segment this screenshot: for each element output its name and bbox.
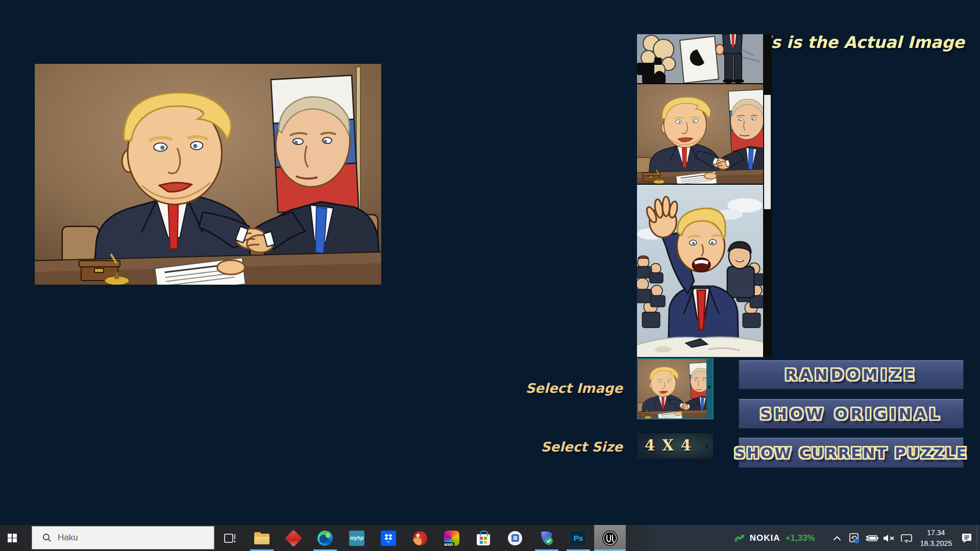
show-current-puzzle-button[interactable]: SHOW CURRENT PUZZLE [739, 438, 964, 468]
task-view-button[interactable] [218, 525, 242, 551]
m365-copilot-icon: M365 [444, 531, 459, 546]
chevron-down-icon: ▼ [705, 444, 709, 449]
stock-ticker[interactable]: NOKIA +1,33% [734, 533, 815, 543]
clock-date: 18.3.2025 [920, 538, 952, 548]
windows-taskbar: myhp M365 [0, 525, 980, 551]
handshake-thumbnail-image [637, 84, 763, 184]
start-button[interactable] [0, 525, 24, 551]
select-size-label: Select Size [510, 439, 623, 455]
taskbar-app-icons: myhp M365 [246, 525, 626, 551]
tray-sync-button[interactable] [847, 525, 862, 551]
randomize-button[interactable]: RANDOMIZE [739, 360, 964, 389]
action-center-icon [961, 533, 972, 544]
taskbar-photos-app[interactable] [499, 525, 531, 551]
page-title: This is the Actual Image [743, 33, 965, 52]
taskbar-myhp[interactable]: myhp [341, 525, 373, 551]
thumbnail-handshake[interactable] [637, 84, 763, 184]
system-tray: NOKIA +1,33% [734, 525, 980, 551]
tray-expand-button[interactable] [829, 525, 845, 551]
thumbnail-rally[interactable] [637, 185, 763, 357]
main-image [35, 64, 381, 285]
red-diamond-icon [285, 530, 302, 547]
action-center-button[interactable] [959, 525, 974, 551]
taskbar-microsoft-store[interactable] [468, 525, 499, 551]
taskbar-unreal-engine[interactable] [594, 525, 626, 551]
show-original-button-label: SHOW ORIGINAL [760, 405, 942, 423]
handshake-cartoon-image [35, 64, 381, 285]
dropbox-icon [381, 531, 396, 546]
taskbar-photoshop[interactable]: Ps [562, 525, 594, 551]
taskbar-dropbox[interactable] [373, 525, 404, 551]
select-image-label: Select Image [510, 381, 623, 396]
selected-image-preview [638, 359, 706, 418]
stock-up-arrow-icon [734, 534, 746, 543]
taskbar-search-box[interactable] [32, 526, 214, 549]
rally-thumbnail-image [637, 185, 763, 357]
red-globe-icon [413, 531, 427, 545]
wireless-display-icon [900, 533, 913, 543]
podium-speech-thumbnail-image [637, 34, 763, 83]
show-original-button[interactable]: SHOW ORIGINAL [739, 399, 964, 429]
task-view-icon [224, 533, 236, 544]
randomize-button-label: RANDOMIZE [785, 366, 917, 384]
stock-change: +1,33% [786, 533, 815, 543]
windows-logo-icon [8, 534, 17, 543]
chevron-down-icon: ▼ [706, 385, 713, 390]
microsoft-store-icon [477, 534, 490, 545]
file-explorer-icon [254, 532, 270, 544]
thumbnail-scrollbar[interactable] [763, 34, 772, 357]
sync-device-icon [848, 532, 861, 544]
taskbar-security-app[interactable] [531, 525, 562, 551]
chevron-up-icon [833, 536, 841, 541]
m365-label: M365 [443, 542, 454, 547]
stock-symbol: NOKIA [750, 533, 780, 543]
unreal-engine-icon [602, 530, 618, 546]
thumbnail-podium-speech[interactable] [637, 34, 763, 83]
image-thumbnail-list[interactable] [637, 34, 772, 357]
taskbar-clock[interactable]: 17.34 18.3.2025 [920, 528, 952, 548]
select-size-dropdown[interactable]: 4 X 4 ▼ [637, 433, 714, 459]
tray-cast-button[interactable] [899, 525, 914, 551]
battery-charging-icon [865, 534, 879, 542]
security-shield-icon [539, 531, 554, 546]
tray-battery-button[interactable] [864, 525, 879, 551]
select-image-dropdown[interactable]: ▼ [637, 358, 714, 419]
taskbar-edge-browser[interactable] [309, 525, 341, 551]
taskbar-red-diamond-app[interactable] [278, 525, 309, 551]
select-size-value: 4 X 4 [645, 437, 692, 454]
tray-volume-button[interactable] [881, 525, 897, 551]
photoshop-icon: Ps [570, 530, 586, 546]
taskbar-m365-copilot[interactable]: M365 [436, 525, 468, 551]
puzzle-game-window: This is the Actual Image Select Image ▼ [0, 0, 980, 551]
search-input[interactable] [57, 532, 191, 543]
taskbar-red-globe-app[interactable] [404, 525, 436, 551]
edge-browser-icon [317, 531, 333, 546]
search-icon [42, 533, 52, 542]
scrollbar-thumb[interactable] [764, 95, 771, 209]
taskbar-file-explorer[interactable] [246, 525, 278, 551]
speaker-muted-icon [883, 534, 896, 543]
myhp-icon: myhp [349, 531, 364, 546]
desktop: This is the Actual Image Select Image ▼ [0, 0, 980, 551]
clock-time: 17.34 [920, 528, 952, 538]
show-desktop-button[interactable] [976, 525, 980, 551]
photos-app-icon [508, 531, 522, 545]
show-current-puzzle-button-label: SHOW CURRENT PUZZLE [734, 444, 968, 462]
